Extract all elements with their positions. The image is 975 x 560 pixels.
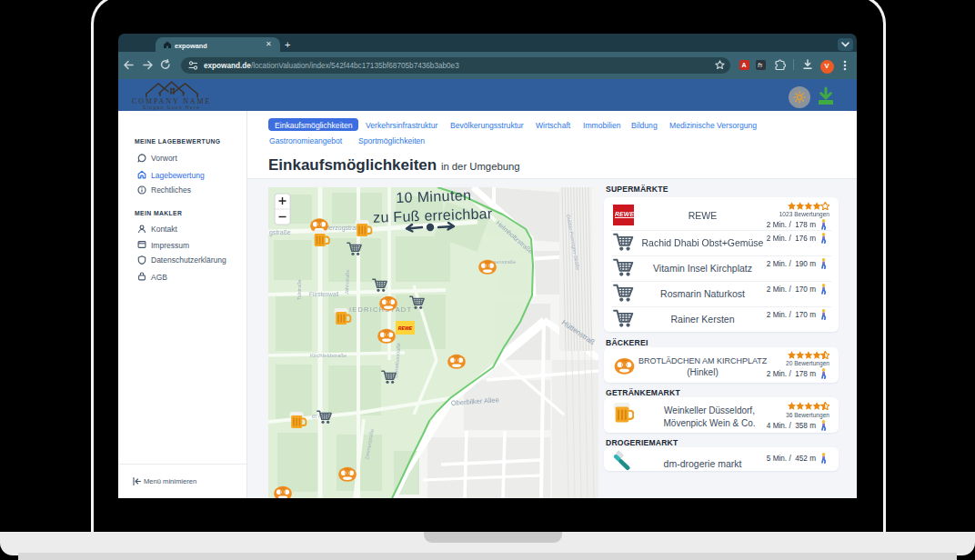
svg-text:gstraße: gstraße [269,229,291,236]
svg-text:Fürstenwall: Fürstenwall [309,291,338,297]
svg-text:Talstraße: Talstraße [297,279,302,300]
svg-text:Jahnstraße: Jahnstraße [344,269,350,295]
svg-text:COMPANY NAME: COMPANY NAME [132,97,211,105]
svg-text:10 Minuten: 10 Minuten [396,187,472,205]
svg-text:Kirchfeldstraße: Kirchfeldstraße [310,353,347,358]
svg-text:REWE: REWE [398,325,413,331]
svg-text:Slogan Goes Here: Slogan Goes Here [143,105,200,110]
